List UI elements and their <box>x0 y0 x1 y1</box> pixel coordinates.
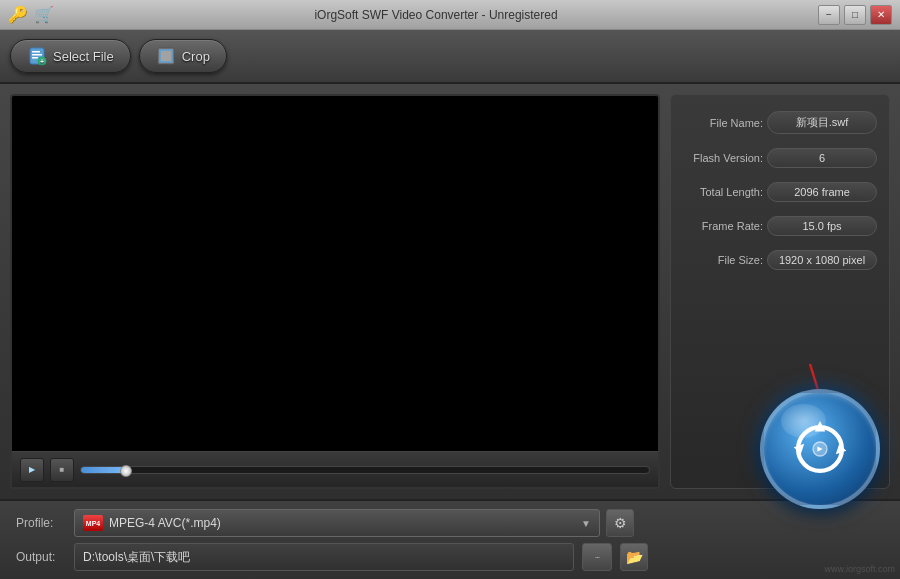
play-button[interactable]: ▶ <box>20 458 44 482</box>
output-path-value: D:\tools\桌面\下载吧 <box>83 549 190 566</box>
svg-rect-7 <box>160 50 172 62</box>
progress-bar[interactable] <box>80 466 650 474</box>
profile-format-icon: MP4 <box>83 515 103 531</box>
toolbar: + Select File Crop <box>0 30 900 84</box>
file-name-value: 新项目.swf <box>767 111 877 134</box>
svg-marker-14 <box>815 421 826 432</box>
convert-button[interactable] <box>760 389 880 509</box>
frame-rate-row: Frame Rate: 15.0 fps <box>683 216 877 236</box>
flash-version-value: 6 <box>767 148 877 168</box>
window-title: iOrgSoft SWF Video Converter - Unregiste… <box>54 8 818 22</box>
title-bar: 🔑 🛒 iOrgSoft SWF Video Converter - Unreg… <box>0 0 900 30</box>
profile-dropdown-arrow: ▼ <box>581 518 591 529</box>
svg-text:+: + <box>40 58 44 65</box>
file-name-label: File Name: <box>683 117 763 129</box>
svg-rect-3 <box>32 57 38 59</box>
browse-icon: ··· <box>595 552 600 562</box>
total-length-value: 2096 frame <box>767 182 877 202</box>
output-label: Output: <box>16 550 66 564</box>
profile-select-wrapper: MP4 MPEG-4 AVC(*.mp4) ▼ ⚙ <box>74 509 634 537</box>
output-row: Output: D:\tools\桌面\下载吧 ··· 📂 <box>16 543 884 571</box>
settings-icon: ⚙ <box>614 515 627 531</box>
select-file-icon: + <box>27 46 47 66</box>
convert-arrows-icon <box>785 414 855 484</box>
profile-row: Profile: MP4 MPEG-4 AVC(*.mp4) ▼ ⚙ <box>16 509 884 537</box>
profile-label: Profile: <box>16 516 66 530</box>
title-bar-left-icons: 🔑 🛒 <box>8 5 54 24</box>
total-length-label: Total Length: <box>683 186 763 198</box>
frame-rate-label: Frame Rate: <box>683 220 763 232</box>
file-size-value: 1920 x 1080 pixel <box>767 250 877 270</box>
frame-rate-value: 15.0 fps <box>767 216 877 236</box>
total-length-row: Total Length: 2096 frame <box>683 182 877 202</box>
convert-area <box>760 389 890 519</box>
output-path: D:\tools\桌面\下载吧 <box>74 543 574 571</box>
file-name-row: File Name: 新项目.swf <box>683 111 877 134</box>
key-icon[interactable]: 🔑 <box>8 5 28 24</box>
progress-thumb[interactable] <box>120 465 132 477</box>
flash-version-label: Flash Version: <box>683 152 763 164</box>
stop-button[interactable]: ■ <box>50 458 74 482</box>
profile-settings-button[interactable]: ⚙ <box>606 509 634 537</box>
play-icon: ▶ <box>29 465 35 474</box>
profile-select[interactable]: MP4 MPEG-4 AVC(*.mp4) ▼ <box>74 509 600 537</box>
svg-rect-1 <box>32 51 40 53</box>
select-file-label: Select File <box>53 49 114 64</box>
file-size-label: File Size: <box>683 254 763 266</box>
crop-icon <box>156 46 176 66</box>
stop-icon: ■ <box>60 465 65 474</box>
select-file-button[interactable]: + Select File <box>10 39 131 73</box>
open-folder-button[interactable]: 📂 <box>620 543 648 571</box>
maximize-button[interactable]: □ <box>844 5 866 25</box>
minimize-button[interactable]: − <box>818 5 840 25</box>
file-size-row: File Size: 1920 x 1080 pixel <box>683 250 877 270</box>
close-button[interactable]: ✕ <box>870 5 892 25</box>
video-screen[interactable] <box>12 96 658 451</box>
flash-version-row: Flash Version: 6 <box>683 148 877 168</box>
cart-icon[interactable]: 🛒 <box>34 5 54 24</box>
folder-icon: 📂 <box>626 549 643 565</box>
main-window: + Select File Crop <box>0 30 900 579</box>
window-controls: − □ ✕ <box>818 5 892 25</box>
crop-button[interactable]: Crop <box>139 39 227 73</box>
crop-label: Crop <box>182 49 210 64</box>
profile-value: MPEG-4 AVC(*.mp4) <box>109 516 221 530</box>
video-panel: ▶ ■ <box>10 94 660 489</box>
browse-button[interactable]: ··· <box>582 543 612 571</box>
profile-select-text: MP4 MPEG-4 AVC(*.mp4) <box>83 515 221 531</box>
watermark: www.iorgsoft.com <box>824 564 895 574</box>
svg-rect-2 <box>32 54 42 56</box>
video-controls: ▶ ■ <box>12 451 658 487</box>
